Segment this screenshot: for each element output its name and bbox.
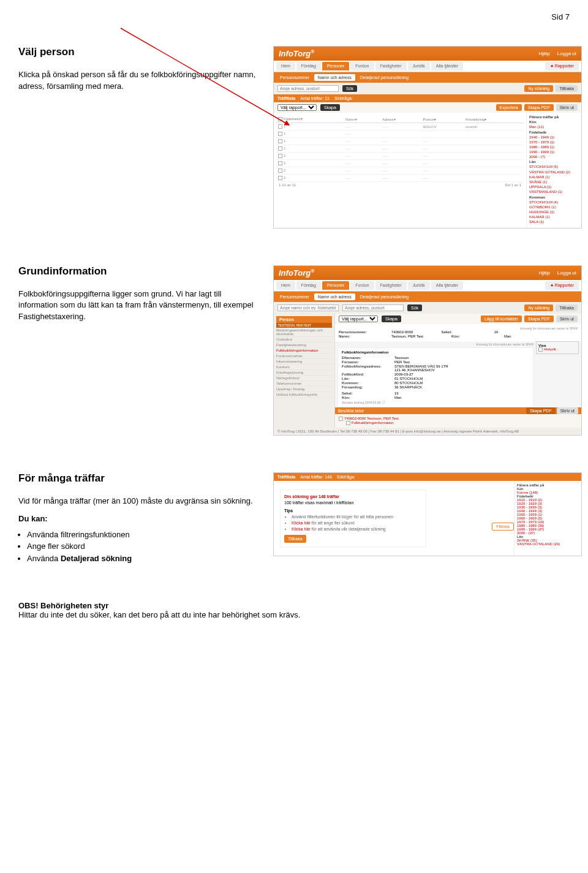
export-button[interactable]: Exportera xyxy=(496,104,522,111)
visited-checkbox[interactable] xyxy=(339,417,343,421)
table-row[interactable]: 2·················· xyxy=(276,153,524,160)
subtab-namn-adress[interactable]: Namn och adress xyxy=(314,293,355,300)
logout-link[interactable]: Logga ut xyxy=(557,270,576,276)
add-contacts-button[interactable]: Lägg till kontakter xyxy=(481,316,522,322)
filter-item[interactable]: VÄSTRA GÖTALAND (2) xyxy=(529,170,579,175)
menu-item[interactable]: Fordonsinnehav xyxy=(276,353,332,359)
row-checkbox[interactable] xyxy=(278,176,282,180)
menu-item[interactable]: Kreditupplysning xyxy=(276,370,332,376)
row-checkbox[interactable] xyxy=(278,132,282,136)
tab-juridik[interactable]: Juridik xyxy=(408,62,430,70)
row-checkbox[interactable] xyxy=(278,139,282,143)
visa-item[interactable]: Historik xyxy=(538,347,576,352)
filter-item[interactable]: VÄSTRA GÖTALAND (29) xyxy=(517,542,579,546)
subtab-namn-adress[interactable]: Namn och adress xyxy=(314,74,355,81)
checkbox-all[interactable] xyxy=(278,117,282,121)
filter-item[interactable]: 2000 - (7) xyxy=(529,155,579,159)
filter-item[interactable]: Man (11) xyxy=(529,125,579,129)
col-fodelsetid[interactable]: Födelsetid xyxy=(284,117,301,121)
filter-item[interactable]: HUDDINGE (1) xyxy=(529,210,579,214)
tab-rapporter[interactable]: ★Rapporter xyxy=(545,62,579,70)
subtab-personnummer[interactable]: Personnummer xyxy=(276,293,313,300)
visited-item[interactable]: Folkbokföringsinformation xyxy=(352,421,394,425)
col-adress[interactable]: Adress▾ xyxy=(380,115,421,123)
pdf-button[interactable]: Skapa PDF xyxy=(524,316,554,322)
menu-item[interactable]: Inkomsttaxering xyxy=(276,359,332,365)
pdf-button[interactable]: Skapa PDF xyxy=(526,407,556,414)
search-input[interactable] xyxy=(277,85,339,92)
tab-rapporter[interactable]: ★Rapporter xyxy=(545,281,579,290)
subtab-detaljerad[interactable]: Detaljerad personsökning xyxy=(356,293,412,300)
menu-item[interactable]: Utökad folkbokföringsinfo xyxy=(276,392,332,398)
filter-item[interactable]: 1940 - 1949 (1) xyxy=(529,135,579,140)
tab-fordon[interactable]: Fordon xyxy=(350,62,374,70)
back-button[interactable]: Tillbaka xyxy=(556,85,578,92)
print-button[interactable]: Skriv ut xyxy=(557,407,578,414)
visited-item[interactable]: 740602-0000 Testsson, PER Test xyxy=(344,417,399,420)
menu-item[interactable]: Betalningsanmärkningar och skuldsaldo xyxy=(276,328,332,337)
back-button[interactable]: Tillbaka xyxy=(556,304,578,311)
create-button[interactable]: Skapa xyxy=(382,316,401,322)
table-row[interactable]: 1·················· xyxy=(276,138,524,145)
subtab-detaljerad[interactable]: Detaljerad personsökning xyxy=(356,74,412,81)
menu-item[interactable]: Konkurs xyxy=(276,365,332,370)
menu-item-active[interactable]: Folkbokföringsinformation xyxy=(276,348,332,353)
visited-checkbox[interactable] xyxy=(346,421,350,425)
filter-item[interactable]: KALMAR (1) xyxy=(529,175,579,180)
tab-foretag[interactable]: Företag xyxy=(296,62,321,70)
search-button[interactable]: Sök xyxy=(407,304,422,311)
table-row[interactable]: 1·················· xyxy=(276,145,524,153)
filter-item[interactable]: STOCKHOLM (5) xyxy=(529,165,579,169)
filter-item[interactable]: STOCKHOLM (4) xyxy=(529,200,579,205)
col-namn[interactable]: Namn▾ xyxy=(344,115,380,123)
create-button[interactable]: Skapa xyxy=(320,104,340,111)
help-link[interactable]: Hjälp xyxy=(538,270,549,276)
tab-juridik[interactable]: Juridik xyxy=(408,281,430,290)
col-anmarkning[interactable]: Anmärkning▾ xyxy=(463,115,524,123)
tips-link[interactable]: Klicka här xyxy=(292,527,311,531)
filter-item[interactable]: UPPSALA (1) xyxy=(529,185,579,189)
tab-alla[interactable]: Alla tjänster xyxy=(431,62,464,70)
report-select[interactable]: Välj rapport... xyxy=(339,316,378,322)
menu-item[interactable]: Fastighetstaxering xyxy=(276,342,332,348)
row-checkbox[interactable] xyxy=(278,161,282,165)
row-checkbox[interactable] xyxy=(278,146,282,151)
table-row[interactable]: 2·················· xyxy=(276,167,524,175)
tab-hem[interactable]: Hem xyxy=(276,62,295,70)
search-button[interactable]: Sök xyxy=(342,85,357,92)
table-row[interactable]: 2·················· xyxy=(276,160,524,167)
tab-foretag[interactable]: Företag xyxy=(296,281,321,290)
pdf-button[interactable]: Skapa PDF xyxy=(524,104,554,111)
menu-item[interactable]: Näringsförbud xyxy=(276,376,332,381)
subtab-personnummer[interactable]: Personnummer xyxy=(276,74,313,81)
tab-alla[interactable]: Alla tjänster xyxy=(431,281,464,290)
filter-item[interactable]: GÖTEBORG (1) xyxy=(529,205,579,210)
tab-fordon[interactable]: Fordon xyxy=(350,281,374,290)
table-row[interactable]: 1······· xyxy=(276,130,524,138)
filter-item[interactable]: SALA (1) xyxy=(529,220,579,224)
row-checkbox[interactable] xyxy=(278,124,282,129)
filter-item[interactable]: 1990 - 1999 (1) xyxy=(529,150,579,154)
row-checkbox[interactable] xyxy=(278,168,282,173)
tab-fastigheter[interactable]: Fastigheter xyxy=(375,281,407,290)
table-row[interactable]: 1·············IESHOVutvandr xyxy=(276,123,524,130)
logout-link[interactable]: Logga ut xyxy=(557,51,576,56)
tab-hem[interactable]: Hem xyxy=(276,281,295,290)
tab-personer[interactable]: Personer xyxy=(322,281,349,290)
new-search-button[interactable]: Ny sökning xyxy=(524,85,553,92)
filter-item[interactable]: 1980 - 1989 (1) xyxy=(529,145,579,149)
row-checkbox[interactable] xyxy=(278,154,282,158)
filter-item[interactable]: VÄSTMANLAND (1) xyxy=(529,190,579,194)
print-button[interactable]: Skriv ut xyxy=(556,104,578,111)
filter-item[interactable]: KALMAR (1) xyxy=(529,215,579,219)
filter-item[interactable]: SKÅNE (1) xyxy=(529,180,579,184)
search-input-name[interactable] xyxy=(277,304,339,311)
search-input-addr[interactable] xyxy=(342,304,404,311)
help-link[interactable]: Hjälp xyxy=(538,51,549,56)
visa-checkbox[interactable] xyxy=(538,347,543,352)
filter-button[interactable]: Filtrera xyxy=(492,523,514,531)
menu-item[interactable]: Uppdrag i företag xyxy=(276,387,332,392)
tab-personer[interactable]: Personer xyxy=(322,62,349,70)
menu-item[interactable]: Civilstånd xyxy=(276,337,332,342)
back-button[interactable]: Tillbaka xyxy=(284,535,306,543)
